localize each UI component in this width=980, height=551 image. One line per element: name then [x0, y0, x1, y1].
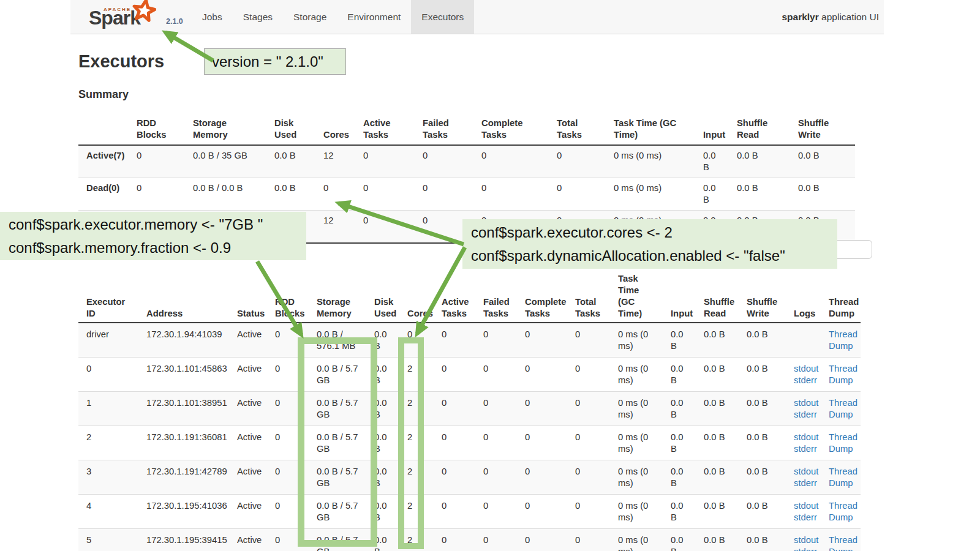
cell-storage-memory: 0.0 B / 0.0 B [185, 178, 266, 211]
stdout-link[interactable]: stdout [794, 500, 815, 512]
tab-executors[interactable]: Executors [411, 0, 474, 34]
tab-environment[interactable]: Environment [337, 0, 411, 34]
cell-address: 172.30.1.101:45863 [138, 358, 229, 392]
col-header-input: Input [695, 111, 729, 145]
col-header-row-label [78, 111, 129, 145]
stderr-link[interactable]: stderr [794, 478, 815, 489]
table-row: 1172.30.1.101:38951Active00.0 B / 5.7 GB… [78, 392, 861, 426]
summary-heading: Summary [78, 88, 129, 101]
cell-thread-dump: Thread Dump [821, 323, 861, 358]
col-header-complete-tasks: Complete Tasks [473, 111, 549, 145]
col-header-rdd-blocks[interactable]: RDD Blocks [267, 272, 309, 323]
navbar: APACHE Spark 2.1.0 JobsStagesStorageEnvi… [70, 0, 884, 34]
cell-address: 172.30.1.94:41039 [138, 323, 229, 358]
cell-total-tasks: 0 [567, 495, 610, 529]
thread-dump-link[interactable]: Thread Dump [829, 363, 854, 386]
spark-ui-screen: APACHE Spark 2.1.0 JobsStagesStorageEnvi… [0, 0, 980, 551]
cell-shuffle-read: 0.0 B [729, 145, 790, 178]
cell-input: 0.0 B [663, 323, 696, 358]
cell-executor-id: 5 [78, 529, 138, 551]
cell-address: 172.30.1.191:42789 [138, 460, 229, 495]
cell-executor-id: 4 [78, 495, 138, 529]
col-header-failed-tasks[interactable]: Failed Tasks [475, 272, 517, 323]
tab-storage[interactable]: Storage [283, 0, 337, 34]
stdout-link[interactable]: stdout [794, 466, 815, 478]
col-header-disk-used[interactable]: Disk Used [366, 272, 399, 323]
thread-dump-link[interactable]: Thread Dump [829, 466, 854, 489]
cell-input: 0.0 B [695, 145, 729, 178]
cell-thread-dump: Thread Dump [821, 529, 861, 551]
col-header-status[interactable]: Status [229, 272, 267, 323]
col-header-complete-tasks[interactable]: Complete Tasks [517, 272, 567, 323]
cell-total-tasks: 0 [567, 529, 610, 551]
col-header-input[interactable]: Input [663, 272, 696, 323]
cell-status: Active [229, 495, 267, 529]
col-header-address[interactable]: Address [138, 272, 229, 323]
cell-total-tasks: 0 [567, 392, 610, 426]
stdout-link[interactable]: stdout [794, 397, 815, 409]
app-name-label: sparklyr application UI [782, 0, 879, 34]
cores-highlight-rect [398, 337, 424, 549]
cell-executor-id: 0 [78, 358, 138, 392]
col-header-thread-dump[interactable]: Thread Dump [821, 272, 861, 323]
cell-failed-tasks: 0 [475, 529, 517, 551]
cell-shuffle-read: 0.0 B [696, 358, 739, 392]
stderr-link[interactable]: stderr [794, 512, 815, 523]
col-header-storage-memory[interactable]: Storage Memory [309, 272, 366, 323]
col-header-cores[interactable]: Cores [399, 272, 434, 323]
thread-dump-link[interactable]: Thread Dump [829, 432, 854, 455]
col-header-total-tasks[interactable]: Total Tasks [567, 272, 610, 323]
stdout-link[interactable]: stdout [794, 363, 815, 375]
col-header-shuffle-read[interactable]: Shuffle Read [696, 272, 739, 323]
cell-logs: stdoutstderr [786, 495, 821, 529]
stderr-link[interactable]: stderr [794, 443, 815, 455]
col-header-task-time[interactable]: Task Time (GC Time) [610, 272, 663, 323]
thread-dump-link[interactable]: Thread Dump [829, 500, 854, 523]
thread-dump-link[interactable]: Thread Dump [829, 397, 854, 421]
cell-total-tasks: 0 [567, 358, 610, 392]
table-row: Dead(0)00.0 B / 0.0 B0.0 B000000 ms (0 m… [78, 178, 855, 211]
cell-total-tasks: 0 [567, 460, 610, 495]
cell-failed-tasks: 0 [475, 358, 517, 392]
stderr-link[interactable]: stderr [794, 409, 815, 421]
cores-annotation-line2: conf$spark.dynamicAllocation.enabled <- … [462, 244, 837, 268]
col-header-shuffle-write[interactable]: Shuffle Write [739, 272, 786, 323]
col-header-active-tasks[interactable]: Active Tasks [434, 272, 475, 323]
stderr-link[interactable]: stderr [794, 546, 815, 551]
cell-input: 0.0 B [663, 358, 696, 392]
cell-logs: stdoutstderr [786, 529, 821, 551]
cell-logs: stdoutstderr [786, 426, 821, 460]
stderr-link[interactable]: stderr [794, 375, 815, 386]
cell-status: Active [229, 358, 267, 392]
cell-executor-id: 2 [78, 426, 138, 460]
cell-shuffle-write: 0.0 B [739, 323, 786, 358]
col-header-executor-id[interactable]: Executor ID [78, 272, 138, 323]
table-row: Active(7)00.0 B / 35 GB0.0 B1200000 ms (… [78, 145, 855, 178]
table-row: 4172.30.1.195:41036Active00.0 B / 5.7 GB… [78, 495, 861, 529]
cell-failed-tasks: 0 [475, 460, 517, 495]
cell-cores: 12 [315, 145, 355, 178]
col-header-logs[interactable]: Logs [786, 272, 821, 323]
col-header-task-time: Task Time (GC Time) [606, 111, 695, 145]
cell-complete-tasks: 0 [517, 460, 567, 495]
tab-jobs[interactable]: Jobs [192, 0, 233, 34]
cell-shuffle-write: 0.0 B [739, 460, 786, 495]
cell-logs: stdoutstderr [786, 358, 821, 392]
spark-version-label: 2.1.0 [166, 17, 183, 26]
version-annotation-box: version = " 2.1.0" [204, 48, 346, 75]
stdout-link[interactable]: stdout [794, 534, 815, 546]
cell-address: 172.30.1.101:38951 [138, 392, 229, 426]
cell-active-tasks: 0 [434, 495, 475, 529]
stdout-link[interactable]: stdout [794, 432, 815, 443]
cell-cores: 0 [315, 178, 355, 211]
tab-stages[interactable]: Stages [233, 0, 283, 34]
cell-status: Active [229, 392, 267, 426]
cell-task-time: 0 ms (0 ms) [610, 426, 663, 460]
cell-shuffle-write: 0.0 B [739, 392, 786, 426]
memory-annotation-line2: conf$spark.memory.fraction <- 0.9 [0, 236, 306, 260]
cores-annotation-line1: conf$spark.executor.cores <- 2 [462, 221, 837, 244]
cell-rdd-blocks: 0 [129, 178, 185, 211]
cell-shuffle-read: 0.0 B [696, 392, 739, 426]
thread-dump-link[interactable]: Thread Dump [829, 329, 854, 352]
thread-dump-link[interactable]: Thread Dump [829, 534, 854, 551]
